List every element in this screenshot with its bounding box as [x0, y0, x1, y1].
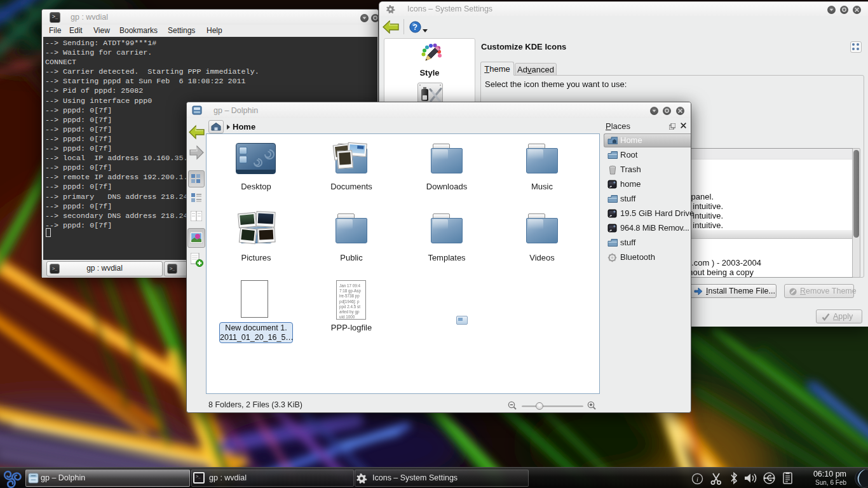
- svg-text:i: i: [696, 475, 698, 483]
- svg-text:?: ?: [413, 23, 417, 32]
